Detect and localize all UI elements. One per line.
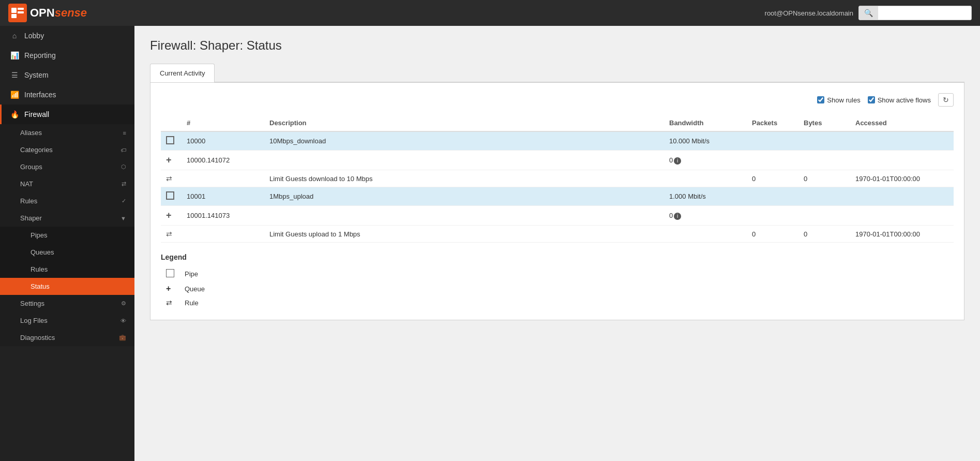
sidebar-item-queues[interactable]: Queues: [0, 244, 134, 261]
search-box[interactable]: 🔍: [858, 6, 972, 20]
legend-rule: ⇄ Rule: [161, 296, 210, 309]
sidebar-item-aliases[interactable]: Aliases ≡: [0, 124, 134, 141]
show-rules-checkbox[interactable]: [817, 96, 824, 103]
search-input[interactable]: [878, 7, 971, 20]
sidebar-item-system[interactable]: ☰ System: [0, 65, 134, 85]
header-right: root@OPNsense.localdomain 🔍: [765, 6, 972, 20]
row-description: [264, 206, 664, 226]
row-description: 10Mbps_download: [264, 131, 664, 151]
table-row: 10000 10Mbps_download 10.000 Mbit/s: [161, 131, 954, 151]
status-label: Status: [31, 282, 50, 290]
sidebar-item-settings[interactable]: Settings ⚙: [0, 295, 134, 312]
sidebar-item-pipes[interactable]: Pipes: [0, 227, 134, 244]
legend-queue: + Queue: [161, 281, 210, 296]
legend-pipe-label: Pipe: [179, 266, 210, 281]
rules-label: Rules: [20, 197, 37, 205]
col-packets: Packets: [747, 115, 798, 131]
row-bandwidth: 1.000 Mbit/s: [664, 187, 747, 206]
search-button[interactable]: 🔍: [859, 6, 878, 20]
row-accessed: [850, 187, 954, 206]
sidebar-item-lobby[interactable]: ⌂ Lobby: [0, 26, 134, 46]
row-hash: [182, 226, 264, 243]
info-icon[interactable]: i: [674, 213, 681, 220]
legend-pipe: Pipe: [161, 266, 210, 281]
show-rules-label: Show rules: [827, 96, 860, 104]
sidebar-item-diagnostics[interactable]: Diagnostics 💼: [0, 329, 134, 346]
table-row: + 10000.141072 0i: [161, 151, 954, 170]
row-bandwidth: [664, 226, 747, 243]
show-rules-checkbox-label[interactable]: Show rules: [817, 96, 860, 104]
shaper-table: # Description Bandwidth Packets Bytes Ac…: [161, 115, 954, 243]
shaper-rules-label: Rules: [31, 265, 48, 273]
row-type-icon: [161, 187, 182, 206]
rules-badge: ✓: [122, 198, 126, 204]
sidebar-item-rules[interactable]: Rules ✓: [0, 192, 134, 210]
legend-queue-label: Queue: [179, 281, 210, 296]
groups-label: Groups: [20, 163, 42, 171]
row-bytes: [798, 187, 850, 206]
svg-rect-1: [11, 8, 17, 13]
info-icon[interactable]: i: [674, 157, 681, 165]
sidebar-item-groups[interactable]: Groups ⬡: [0, 158, 134, 175]
diagnostics-label: Diagnostics: [20, 334, 55, 341]
shaper-label: Shaper: [20, 214, 42, 222]
options-bar: Show rules Show active flows ↻: [161, 93, 954, 107]
show-active-flows-checkbox-label[interactable]: Show active flows: [868, 96, 931, 104]
row-accessed: 1970-01-01T00:00:00: [850, 226, 954, 243]
legend-table: Pipe + Queue ⇄ Rule: [161, 266, 210, 309]
sidebar-label-lobby: Lobby: [24, 32, 44, 40]
row-type-icon: ⇄: [161, 226, 182, 243]
col-accessed: Accessed: [850, 115, 954, 131]
sidebar-item-shaper-rules[interactable]: Rules: [0, 261, 134, 278]
row-accessed: [850, 131, 954, 151]
queue-icon: +: [166, 155, 172, 165]
refresh-button[interactable]: ↻: [938, 93, 954, 107]
row-bandwidth: 10.000 Mbit/s: [664, 131, 747, 151]
pipe-icon: [166, 191, 174, 200]
row-description: Limit Guests download to 10 Mbps: [264, 170, 664, 187]
shaper-submenu: Pipes Queues Rules Status: [0, 227, 134, 295]
table-row: + 10001.141073 0i: [161, 206, 954, 226]
show-active-flows-checkbox[interactable]: [868, 96, 875, 103]
sidebar-item-logfiles[interactable]: Log Files 👁: [0, 312, 134, 329]
row-packets: [747, 151, 798, 170]
row-bandwidth: 0i: [664, 206, 747, 226]
pipe-icon: [166, 136, 174, 144]
svg-rect-3: [18, 8, 24, 10]
sidebar-item-categories[interactable]: Categories 🏷: [0, 141, 134, 158]
row-hash: 10000: [182, 131, 264, 151]
svg-rect-4: [18, 11, 24, 13]
row-packets: 0: [747, 226, 798, 243]
groups-badge: ⬡: [121, 163, 126, 170]
sidebar-item-status[interactable]: Status: [0, 278, 134, 295]
col-hash: [161, 115, 182, 131]
table-row: ⇄ Limit Guests upload to 1 Mbps 0 0 1970…: [161, 226, 954, 243]
header: OPNsense root@OPNsense.localdomain 🔍: [0, 0, 980, 26]
sidebar-label-system: System: [24, 71, 49, 79]
sidebar-item-reporting[interactable]: 📊 Reporting: [0, 46, 134, 65]
legend-pipe-icon: [161, 266, 179, 281]
aliases-label: Aliases: [20, 129, 42, 137]
table-row: ⇄ Limit Guests download to 10 Mbps 0 0 1…: [161, 170, 954, 187]
row-bandwidth: 0i: [664, 151, 747, 170]
legend-section: Legend Pipe + Queue: [161, 253, 954, 309]
row-bytes: [798, 206, 850, 226]
sidebar-item-nat[interactable]: NAT ⇄: [0, 175, 134, 192]
sidebar-label-interfaces: Interfaces: [24, 91, 56, 99]
col-number: #: [182, 115, 264, 131]
show-active-flows-label: Show active flows: [878, 96, 931, 104]
nat-label: NAT: [20, 180, 33, 188]
system-icon: ☰: [10, 71, 19, 79]
row-packets: 0: [747, 170, 798, 187]
col-bandwidth: Bandwidth: [664, 115, 747, 131]
row-accessed: 1970-01-01T00:00:00: [850, 170, 954, 187]
tab-current-activity[interactable]: Current Activity: [150, 64, 215, 82]
categories-badge: 🏷: [120, 147, 126, 153]
sidebar-item-interfaces[interactable]: 📶 Interfaces: [0, 85, 134, 105]
col-bytes: Bytes: [798, 115, 850, 131]
row-type-icon: ⇄: [161, 170, 182, 187]
sidebar-item-shaper[interactable]: Shaper ▼: [0, 210, 134, 227]
row-hash: 10001.141073: [182, 206, 264, 226]
sidebar-item-firewall[interactable]: 🔥 Firewall: [0, 105, 134, 124]
row-description: [264, 151, 664, 170]
